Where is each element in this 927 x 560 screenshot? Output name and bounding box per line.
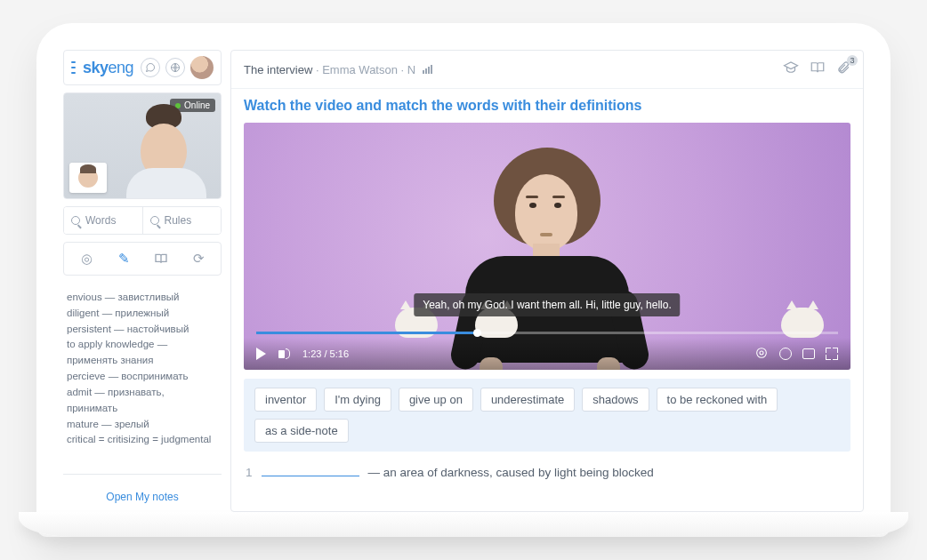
video-caption: Yeah, oh my God. I want them all. Hi, li…: [414, 293, 680, 316]
question-number: 1: [246, 466, 253, 479]
vocab-item[interactable]: persistent — настойчивый: [67, 322, 216, 338]
search-icon: [150, 216, 159, 225]
target-icon[interactable]: ◎: [77, 250, 95, 268]
search-icon: [71, 216, 80, 225]
words-placeholder: Words: [85, 214, 116, 227]
question-row: 1 — an area of darkness, caused by light…: [244, 460, 850, 483]
vocab-item[interactable]: to apply knowledge — применять знания: [67, 337, 216, 369]
signal-icon: [423, 65, 432, 74]
attachments-count: 3: [847, 55, 858, 66]
theater-icon[interactable]: [802, 348, 815, 359]
word-chip[interactable]: to be reckoned with: [657, 388, 778, 412]
svg-point-1: [757, 348, 767, 358]
book-icon[interactable]: [152, 250, 170, 268]
vocab-item[interactable]: mature — зрелый: [67, 417, 216, 433]
logo-sky: sky: [83, 59, 109, 76]
fullscreen-icon[interactable]: [826, 348, 838, 360]
sidebar-header: skyeng: [63, 50, 222, 85]
vocab-item[interactable]: diligent — прилежный: [67, 306, 216, 322]
breadcrumb: The interview · Emma Watson · N: [231, 51, 863, 89]
rules-placeholder: Rules: [165, 214, 192, 227]
vocab-item[interactable]: percieve — воспринимать: [67, 369, 216, 385]
vocab-item[interactable]: admit — признавать, принимать: [67, 385, 216, 417]
progress-bar[interactable]: [256, 332, 838, 334]
settings-icon[interactable]: [779, 348, 792, 360]
user-avatar[interactable]: [190, 56, 214, 79]
dictionary-search: Words Rules: [63, 206, 222, 235]
attachments-icon[interactable]: 3: [836, 60, 850, 78]
word-bank: inventor I'm dying give up on underestim…: [244, 379, 850, 452]
video-chat-panel[interactable]: Online: [63, 92, 222, 199]
grad-cap-icon[interactable]: [783, 60, 799, 79]
globe-icon[interactable]: [165, 58, 185, 77]
logo[interactable]: skyeng: [83, 59, 133, 77]
topic-title: Emma Watson: [322, 63, 398, 76]
open-book-icon[interactable]: [810, 60, 826, 79]
pencil-icon[interactable]: ✎: [115, 250, 133, 268]
menu-icon[interactable]: [71, 61, 76, 74]
refresh-icon[interactable]: ⟳: [189, 250, 207, 268]
word-chip[interactable]: underestimate: [480, 388, 575, 412]
tool-row: ◎ ✎ ⟳: [63, 242, 222, 276]
play-button[interactable]: [256, 348, 266, 360]
level-label: N: [407, 63, 415, 76]
vocab-item[interactable]: critical = critisizing = judgmental: [67, 432, 216, 448]
tutor-video: [119, 104, 217, 199]
volume-button[interactable]: [278, 348, 290, 359]
word-chip[interactable]: as a side-note: [254, 419, 349, 443]
loop-icon[interactable]: [754, 346, 769, 362]
svg-point-2: [760, 351, 763, 355]
vocab-item[interactable]: envious — завистливый: [67, 290, 216, 306]
time-display: 1:23 / 5:16: [302, 348, 349, 359]
words-search[interactable]: Words: [64, 207, 143, 234]
task-title: Watch the video and match the words with…: [244, 98, 850, 114]
video-controls: 1:23 / 5:16: [244, 338, 850, 370]
self-video-pip[interactable]: [69, 163, 107, 193]
chat-icon[interactable]: [141, 58, 160, 77]
logo-eng: eng: [108, 59, 133, 76]
word-chip[interactable]: give up on: [399, 388, 473, 412]
word-chip[interactable]: inventor: [254, 388, 317, 412]
rules-search[interactable]: Rules: [143, 207, 222, 234]
video-player[interactable]: Yeah, oh my God. I want them all. Hi, li…: [244, 123, 850, 370]
answer-blank[interactable]: [262, 464, 359, 476]
open-notes-link[interactable]: Open My notes: [63, 482, 222, 512]
question-text: — an area of darkness, caused by light b…: [368, 466, 654, 479]
word-chip[interactable]: shadows: [582, 388, 649, 412]
vocab-list: envious — завистливый diligent — прилежн…: [63, 283, 222, 475]
word-chip[interactable]: I'm dying: [324, 388, 391, 412]
lesson-title: The interview: [244, 63, 312, 76]
